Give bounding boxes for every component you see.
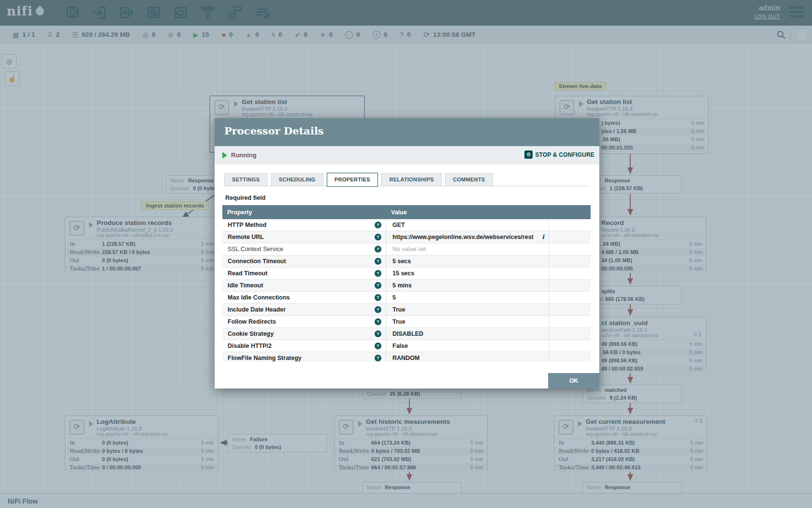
dialog-status-row: Running ⚙ STOP & CONFIGURE: [215, 146, 599, 164]
tab-properties[interactable]: PROPERTIES: [327, 173, 378, 187]
dialog-header: Processor Details: [215, 118, 599, 146]
property-row[interactable]: Cookie Strategy? DISABLED: [222, 328, 591, 340]
property-row[interactable]: Max Idle Connections? 5: [222, 292, 591, 304]
property-row[interactable]: Include Date Header? True: [222, 304, 591, 316]
properties-table-body: HTTP Method? GET Remote URL? https://www…: [222, 219, 591, 362]
property-row[interactable]: FlowFile Naming Strategy? RANDOM: [222, 352, 591, 362]
running-triangle-icon: [222, 152, 227, 159]
help-icon: ?: [375, 355, 381, 361]
gear-icon: ⚙: [524, 150, 533, 159]
help-icon: ?: [375, 222, 381, 228]
dialog-tabs: SETTINGS SCHEDULING PROPERTIES RELATIONS…: [224, 173, 590, 186]
help-icon: ?: [375, 294, 381, 301]
property-row[interactable]: SSL Context Service? No value set: [222, 243, 591, 255]
help-icon: ?: [375, 282, 381, 289]
dialog-title: Processor Details: [224, 125, 324, 137]
tab-relationships[interactable]: RELATIONSHIPS: [381, 173, 441, 186]
help-icon: ?: [375, 318, 381, 325]
tab-scheduling[interactable]: SCHEDULING: [271, 173, 323, 186]
property-row[interactable]: Idle Timeout? 5 mins: [222, 280, 591, 292]
property-row[interactable]: Follow Redirects? True: [222, 316, 591, 328]
help-icon: ?: [375, 234, 381, 240]
info-icon: i: [542, 231, 544, 243]
property-row[interactable]: Read Timeout? 15 secs: [222, 268, 591, 280]
stop-and-configure-button[interactable]: ⚙ STOP & CONFIGURE: [524, 150, 594, 159]
property-row[interactable]: Connection Timeout? 5 secs: [222, 255, 591, 268]
run-status-text: Running: [231, 151, 257, 159]
column-property: Property: [222, 209, 386, 216]
required-field-note: Required field: [225, 194, 265, 201]
tab-settings[interactable]: SETTINGS: [224, 173, 267, 186]
properties-table: Property Value HTTP Method? GET Remote U…: [222, 205, 591, 362]
processor-details-dialog: Processor Details Running ⚙ STOP & CONFI…: [215, 118, 599, 388]
help-icon: ?: [375, 258, 381, 265]
ok-button[interactable]: OK: [548, 373, 599, 388]
help-icon: ?: [375, 330, 381, 337]
property-row[interactable]: Remote URL? https://www.pegelonline.wsv.…: [222, 231, 591, 243]
property-row[interactable]: Disable HTTP/2? False: [222, 340, 591, 352]
property-row[interactable]: HTTP Method? GET: [222, 219, 591, 231]
help-icon: ?: [375, 246, 381, 253]
column-value: Value: [386, 209, 549, 216]
help-icon: ?: [375, 343, 381, 349]
help-icon: ?: [375, 270, 381, 277]
properties-table-header: Property Value: [222, 205, 591, 219]
help-icon: ?: [375, 306, 381, 313]
tab-comments[interactable]: COMMENTS: [445, 173, 493, 186]
